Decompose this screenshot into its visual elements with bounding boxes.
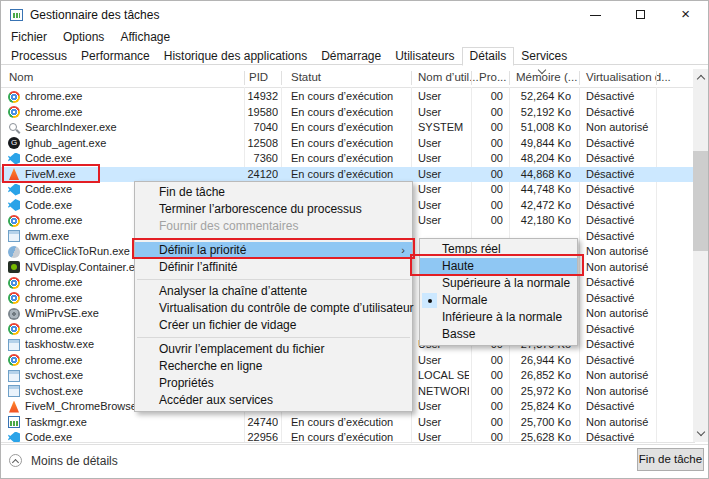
submenu-arrow-icon: ›	[401, 242, 405, 259]
tab-processus[interactable]: Processus	[4, 48, 74, 65]
header-separator	[244, 71, 245, 85]
mem-cell: 44,868 Ko	[499, 167, 571, 183]
priority-submenu: Temps réelHauteSupérieure à la normaleNo…	[419, 238, 578, 346]
table-row-chrome-exe[interactable]: chrome.exe19580En cours d’exécutionUser0…	[1, 105, 695, 121]
user-cell: User	[418, 415, 469, 431]
user-cell: User	[418, 151, 469, 167]
context-menu-item-terminer-l-arborescence-du-processus[interactable]: Terminer l’arborescence du processus	[135, 201, 412, 218]
virt-cell: Désactivé	[586, 151, 691, 167]
submenu-item-normale[interactable]: Normale	[420, 292, 577, 309]
menubar-item-options[interactable]: Options	[55, 29, 112, 45]
close-button[interactable]	[663, 1, 708, 29]
pid-cell: 22956	[205, 430, 278, 442]
submenu-item-inferieure-a-la-normale[interactable]: Inférieure à la normale	[420, 309, 577, 326]
end-task-button[interactable]: Fin de tâche	[637, 448, 704, 471]
chrome-icon	[8, 323, 20, 335]
user-cell: User	[418, 167, 469, 183]
chevron-up-circle-icon	[9, 454, 22, 467]
virt-cell: Non autorisé	[586, 368, 691, 384]
column-header-nom[interactable]: Nom	[9, 71, 33, 83]
user-cell: LOCAL SE...	[418, 368, 469, 384]
context-menu-item-fin-de-tache[interactable]: Fin de tâche	[135, 184, 412, 201]
cpu-cell: 00	[463, 182, 503, 198]
submenu-item-temps-reel[interactable]: Temps réel	[420, 241, 577, 258]
column-header-nom-d-util[interactable]: Nom d’util...	[418, 71, 479, 83]
fivem-icon	[8, 401, 20, 413]
cpu-cell: 00	[463, 353, 503, 369]
table-row-lghub-agent-exe[interactable]: lghub_agent.exe12508En cours d’exécution…	[1, 136, 695, 152]
code-icon	[8, 184, 20, 196]
list-bottom-border	[1, 442, 695, 443]
header-separator	[471, 71, 472, 85]
pid-cell: 7360	[205, 151, 278, 167]
column-header-pid[interactable]: PID	[249, 71, 268, 83]
context-menu-item-recherche-en-ligne[interactable]: Recherche en ligne	[135, 358, 412, 375]
submenu-item-haute[interactable]: Haute	[420, 258, 577, 275]
user-cell: NETWORK...	[418, 384, 469, 400]
scrollbar-track[interactable]	[693, 69, 708, 442]
menu-separator	[137, 238, 410, 239]
scrollbar-down-button[interactable]	[693, 425, 708, 442]
pid-cell: 14932	[205, 89, 278, 105]
menu-separator	[137, 279, 410, 280]
table-row-searchindexer-exe[interactable]: SearchIndexer.exe7040En cours d’exécutio…	[1, 120, 695, 136]
column-header-statut[interactable]: Statut	[291, 71, 321, 83]
context-menu-item-ouvrir-l-emplacement-du-fichier[interactable]: Ouvrir l’emplacement du fichier	[135, 341, 412, 358]
scrollbar-up-button[interactable]	[693, 69, 708, 86]
maximize-button[interactable]	[618, 1, 663, 29]
context-menu-item-acceder-aux-services[interactable]: Accéder aux services	[135, 392, 412, 409]
mem-cell: 42,180 Ko	[499, 213, 571, 229]
table-row-fivem-exe[interactable]: FiveM.exe24120En cours d’exécutionUser00…	[1, 167, 695, 183]
context-menu-item-analyser-la-chaine-d-attente[interactable]: Analyser la chaîne d’attente	[135, 283, 412, 300]
chrome-icon	[8, 106, 20, 118]
column-header-pro[interactable]: Pro...	[479, 71, 506, 83]
tab-services[interactable]: Services	[514, 48, 574, 65]
virt-cell: Désactivé	[586, 337, 691, 353]
table-row-chrome-exe[interactable]: chrome.exe14932En cours d’exécutionUser0…	[1, 89, 695, 105]
titlebar: Gestionnaire des tâches	[1, 1, 708, 29]
submenu-item-basse[interactable]: Basse	[420, 326, 577, 343]
mem-cell: 44,748 Ko	[499, 182, 571, 198]
cpu-cell: 00	[463, 368, 503, 384]
user-cell: User	[418, 399, 469, 415]
code-icon	[8, 199, 20, 211]
tab-utilisateurs[interactable]: Utilisateurs	[388, 48, 461, 65]
column-header-virtualisation-d[interactable]: Virtualisation d...	[586, 71, 671, 83]
minimize-button[interactable]	[573, 1, 618, 29]
context-menu-item-virtualisation-du-controle-de-compte-d-utilisateur[interactable]: Virtualisation du contrôle de compte d’u…	[135, 300, 412, 317]
menubar-item-affichage[interactable]: Affichage	[112, 29, 178, 45]
status-cell: En cours d’exécution	[291, 89, 409, 105]
submenu-item-superieure-a-la-normale[interactable]: Supérieure à la normale	[420, 275, 577, 292]
table-row-code-exe[interactable]: Code.exe7360En cours d’exécutionUser0048…	[1, 151, 695, 167]
maximize-icon	[636, 10, 645, 19]
code-icon	[8, 432, 20, 443]
virt-cell: Désactivé	[586, 229, 691, 245]
status-cell: En cours d’exécution	[291, 105, 409, 121]
cpu-cell: 00	[463, 167, 503, 183]
context-menu-item-definir-la-priorite[interactable]: Définir la priorité›	[135, 242, 412, 259]
scrollbar-thumb[interactable]	[693, 151, 708, 251]
table-row-taskmgr-exe[interactable]: Taskmgr.exe24740En cours d’exécutionUser…	[1, 415, 695, 431]
context-menu-item-proprietes[interactable]: Propriétés	[135, 375, 412, 392]
virt-cell: Désactivé	[586, 198, 691, 214]
tab-details[interactable]: Détails	[462, 47, 515, 66]
chrome-icon	[8, 292, 20, 304]
mem-cell: 26,852 Ko	[499, 368, 571, 384]
cpu-cell: 00	[463, 136, 503, 152]
mem-cell: 52,192 Ko	[499, 105, 571, 121]
virt-cell: Désactivé	[586, 353, 691, 369]
chrome-icon	[8, 354, 20, 366]
tab-performance[interactable]: Performance	[74, 48, 157, 65]
context-menu-item-definir-l-affinite[interactable]: Définir l’affinité	[135, 259, 412, 276]
virt-cell: Désactivé	[586, 89, 691, 105]
context-menu-item-creer-un-fichier-de-vidage[interactable]: Créer un fichier de vidage	[135, 317, 412, 334]
column-header-memoire[interactable]: Mémoire (...	[516, 71, 577, 83]
chevron-up-icon	[696, 75, 704, 83]
virt-cell: Désactivé	[586, 105, 691, 121]
cpu-cell: 00	[463, 430, 503, 442]
table-row-code-exe[interactable]: Code.exe22956En cours d’exécutionUser002…	[1, 430, 695, 442]
tab-historique-des-applications[interactable]: Historique des applications	[157, 48, 314, 65]
tab-demarrage[interactable]: Démarrage	[314, 48, 388, 65]
footer-bar: Moins de détails Fin de tâche	[1, 444, 708, 478]
menubar-item-fichier[interactable]: Fichier	[3, 29, 55, 45]
